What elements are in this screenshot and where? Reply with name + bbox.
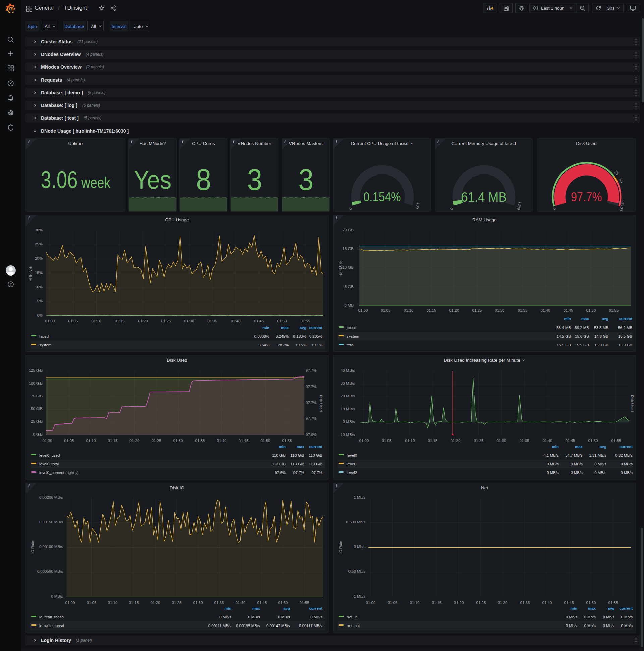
svg-text:?: ? — [10, 282, 12, 286]
